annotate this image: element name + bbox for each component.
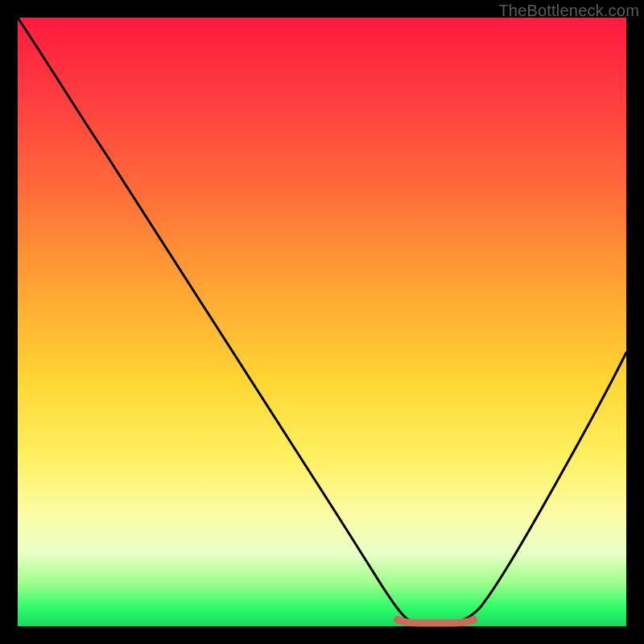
accent-dot-right — [469, 616, 477, 624]
flat-accent — [398, 620, 473, 623]
chart-frame — [18, 18, 626, 626]
watermark-text: TheBottleneck.com — [498, 2, 639, 20]
curve-path — [18, 18, 626, 622]
accent-dot-left — [394, 616, 402, 624]
bottleneck-curve — [18, 18, 626, 626]
